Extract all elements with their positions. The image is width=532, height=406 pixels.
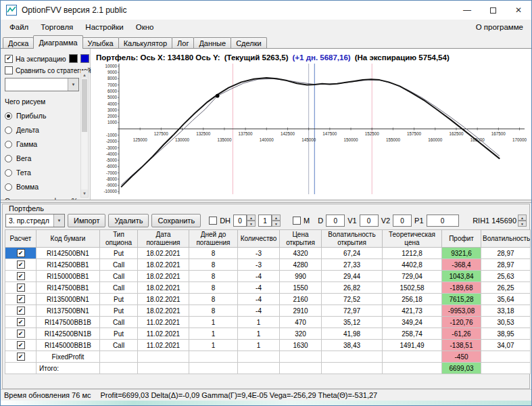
column-header-4[interactable]: Дата погашения (138, 230, 189, 248)
row-checkbox[interactable] (17, 272, 25, 280)
scroll-down-icon[interactable]: ▼ (81, 189, 88, 197)
dh-spinner-1[interactable]: 0 ▲▼ (233, 215, 256, 227)
spin-up-icon[interactable]: ▲ (518, 215, 527, 221)
field-value-D[interactable]: 0 (326, 215, 345, 227)
field-value-V2[interactable]: 0 (393, 215, 412, 227)
menu-item-1[interactable]: Файл (3, 22, 34, 32)
row-checkbox[interactable] (17, 307, 25, 315)
menu-item-about[interactable]: О программе (476, 23, 529, 31)
cell-days: 8 (189, 248, 238, 259)
row-checkbox[interactable] (17, 318, 25, 326)
close-icon[interactable]: ✕ (506, 1, 531, 20)
column-header-11[interactable]: Волатильность (481, 230, 531, 248)
dh-spinner-2[interactable]: 1 ▲▼ (258, 215, 281, 227)
column-header-7[interactable]: Цена открытия (280, 230, 322, 248)
cell-open_vol: 35,12 (322, 317, 383, 328)
compare-strategy-checkbox[interactable] (5, 66, 13, 74)
spin-up-icon[interactable]: ▲ (247, 215, 256, 221)
cell-open_vol: 67,24 (322, 248, 383, 259)
row-checkbox[interactable] (17, 249, 25, 257)
calc-cell[interactable] (5, 294, 37, 305)
tab-2[interactable]: Диаграмма (33, 35, 82, 49)
row-checkbox[interactable] (17, 261, 25, 269)
chevron-down-icon[interactable]: ▼ (53, 215, 64, 227)
cell-open_vol: 41,98 (322, 328, 383, 340)
radio-option-1[interactable]: Прибыль (5, 112, 79, 120)
column-header-9[interactable]: Теоретическая цена (383, 230, 442, 248)
portfolio-button-1[interactable]: Импорт (68, 214, 105, 227)
portfolio-button-3[interactable]: Сохранить (151, 214, 201, 227)
horizontal-splitter[interactable] (1, 200, 531, 203)
strategy-combobox[interactable]: ▼ (5, 78, 79, 91)
calc-cell[interactable] (5, 328, 37, 340)
spin-down-icon[interactable]: ▼ (272, 221, 281, 227)
cell-type: Put (100, 328, 138, 340)
svg-text:5000: 5000 (107, 95, 118, 99)
menu-item-3[interactable]: Настройки (79, 22, 129, 32)
calc-cell[interactable] (5, 305, 37, 317)
row-checkbox[interactable] (17, 284, 25, 292)
field-value-P1[interactable]: 0 (427, 215, 459, 227)
calc-cell[interactable] (5, 351, 37, 363)
row-checkbox[interactable] (17, 353, 25, 361)
column-header-3[interactable]: Тип опциона (100, 230, 138, 248)
tab-1[interactable]: Доска (3, 37, 34, 49)
radio-option-5[interactable]: Тета (5, 168, 79, 177)
portfolio-combobox[interactable]: 3. пр.стредл ▼ (5, 214, 65, 227)
pnl-chart-svg[interactable]: -10000-9000-8000-7000-6000-5000-4000-300… (96, 62, 529, 198)
menu-item-2[interactable]: Торговля (34, 22, 79, 32)
chevron-down-icon[interactable]: ▼ (68, 78, 78, 91)
tab-5[interactable]: Лог (172, 37, 194, 49)
on-expiration-row[interactable]: На экспирацию (5, 54, 79, 63)
calc-cell[interactable] (5, 363, 37, 374)
svg-text:6000: 6000 (107, 89, 118, 93)
menu-item-4[interactable]: Окно (130, 22, 160, 32)
tab-6[interactable]: Данные (193, 37, 231, 49)
calc-cell[interactable] (5, 282, 37, 294)
field-value-V1[interactable]: 0 (360, 215, 379, 227)
panel-scrollbar[interactable]: ▲ ▼ (80, 70, 89, 198)
minimize-icon[interactable]: — (454, 1, 480, 20)
scroll-up-icon[interactable]: ▲ (81, 71, 88, 78)
spin-up-icon[interactable]: ▲ (272, 215, 281, 221)
radio-label: Вомма (16, 183, 39, 191)
row-checkbox[interactable] (17, 341, 25, 349)
column-header-6[interactable]: Количество (238, 230, 280, 248)
cell-vol: 33,18 (481, 305, 531, 317)
column-header-5[interactable]: Дней до погашения (189, 230, 238, 248)
column-header-2[interactable]: Код бумаги (37, 230, 100, 248)
radio-option-4[interactable]: Вега (5, 154, 79, 162)
row-checkbox[interactable] (17, 295, 25, 303)
column-header-8[interactable]: Волатильность открытия (322, 230, 383, 248)
cell-code: RI142500BB1 (37, 259, 100, 271)
tab-4[interactable]: Калькулятор (118, 37, 172, 49)
maximize-icon[interactable] (480, 1, 506, 20)
column-header-10[interactable]: Профит (442, 230, 481, 248)
calc-cell[interactable] (5, 259, 37, 271)
calc-cell[interactable] (5, 317, 37, 328)
calc-cell[interactable] (5, 248, 37, 259)
scrollbar-thumb[interactable] (82, 79, 87, 132)
tab-7[interactable]: Сделки (231, 37, 267, 49)
radio-option-2[interactable]: Дельта (5, 126, 79, 134)
color-swatch-current[interactable] (80, 54, 89, 63)
row-checkbox[interactable] (17, 330, 25, 338)
color-swatch-expiration[interactable] (69, 54, 78, 63)
m-checkbox[interactable] (293, 217, 301, 225)
instrument-spinner[interactable]: ▲▼ (518, 215, 527, 227)
app-icon (6, 5, 17, 16)
radio-icon (5, 141, 12, 148)
spin-down-icon[interactable]: ▼ (518, 221, 527, 227)
spin-down-icon[interactable]: ▼ (247, 221, 256, 227)
column-header-1[interactable]: Расчет (5, 230, 37, 248)
portfolio-button-2[interactable]: Удалить (108, 214, 149, 227)
radio-option-6[interactable]: Вомма (5, 183, 79, 191)
dh-checkbox[interactable] (209, 217, 217, 225)
compare-strategy-row[interactable]: Сравнить со стратегией (5, 66, 79, 74)
tab-3[interactable]: Улыбка (82, 37, 119, 49)
calc-cell[interactable] (5, 271, 37, 282)
on-expiration-checkbox[interactable] (5, 55, 13, 63)
calc-cell[interactable] (5, 340, 37, 351)
m-label: M (304, 217, 310, 225)
radio-option-3[interactable]: Гамма (5, 140, 79, 148)
